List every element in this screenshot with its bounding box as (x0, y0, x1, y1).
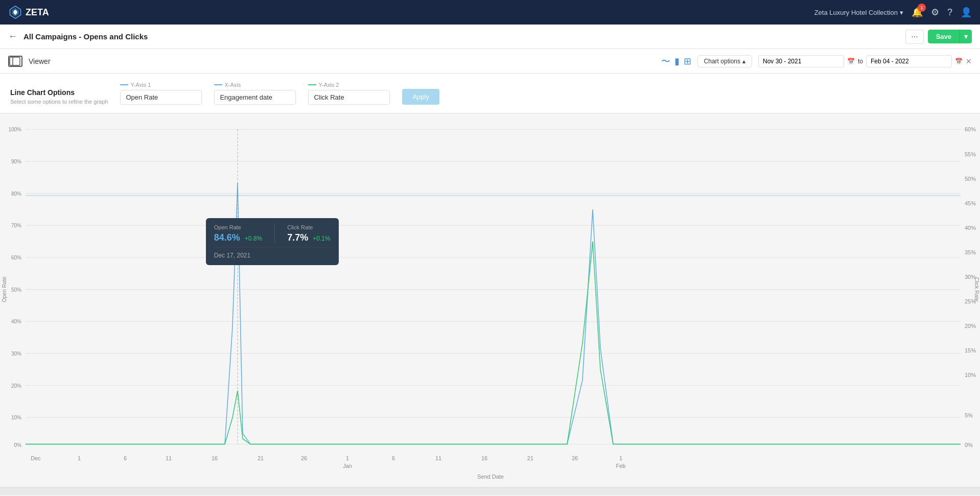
y-axis1-color (120, 84, 128, 85)
date-to-input[interactable] (866, 55, 952, 67)
svg-text:35%: 35% (965, 249, 976, 255)
date-from-input[interactable] (758, 55, 844, 67)
svg-text:60%: 60% (965, 126, 976, 132)
zeta-logo: ZETA (8, 5, 49, 19)
calendar-icon-from[interactable]: 📅 (847, 58, 855, 65)
notification-icon[interactable]: 🔔 1 (912, 7, 923, 18)
x-axis-label: X-Axis (214, 82, 296, 88)
navbar-right: Zeta Luxury Hotel Collection ▾ 🔔 1 ⚙ ? 👤 (814, 7, 972, 18)
options-title: Line Chart Options (10, 88, 108, 97)
bar-chart-icon[interactable]: ▮ (674, 56, 680, 67)
chart-type-icons: 〜 ▮ ⊞ (661, 55, 691, 67)
bottom-scroll[interactable] (0, 487, 980, 495)
back-button[interactable]: ← (8, 31, 17, 42)
viewer-label: Viewer (29, 57, 51, 65)
logo-text: ZETA (26, 7, 49, 18)
help-icon[interactable]: ? (947, 7, 952, 18)
svg-text:16: 16 (212, 455, 218, 461)
svg-text:55%: 55% (965, 151, 976, 157)
svg-text:6: 6 (392, 455, 395, 461)
tooltip-header: Open Rate 84.6% +0.8% Click Rate 7.7% +0… (214, 224, 331, 243)
save-dropdown-button[interactable]: ▾ (960, 30, 972, 43)
chart-options-button[interactable]: Chart options ▴ (697, 55, 752, 67)
svg-text:50%: 50% (965, 175, 976, 181)
svg-text:20%: 20% (11, 383, 21, 389)
svg-text:40%: 40% (965, 224, 976, 230)
svg-text:16: 16 (481, 455, 487, 461)
svg-rect-3 (10, 57, 20, 65)
svg-text:50%: 50% (11, 287, 21, 293)
tooltip-open-rate: Open Rate 84.6% +0.8% (214, 224, 262, 243)
svg-text:80%: 80% (11, 191, 21, 197)
calendar-icon-to[interactable]: 📅 (955, 58, 963, 65)
svg-text:21: 21 (258, 455, 264, 461)
click-rate-value: 7.7% +0.1% (287, 232, 330, 243)
zeta-logo-icon (8, 5, 22, 19)
save-button[interactable]: Save (928, 30, 960, 43)
to-label: to (858, 58, 863, 65)
y-axis2-label: Y-Axis 2 (308, 82, 390, 88)
sub-toolbar: Viewer 〜 ▮ ⊞ Chart options ▴ 📅 to 📅 ✕ (0, 49, 980, 74)
x-axis-input[interactable] (214, 90, 296, 105)
org-selector[interactable]: Zeta Luxury Hotel Collection ▾ (814, 9, 903, 16)
toolbar-right: ··· Save ▾ (905, 30, 972, 44)
tooltip-date: Dec 17, 2021 (214, 247, 331, 259)
svg-text:1: 1 (346, 455, 349, 461)
svg-text:45%: 45% (965, 200, 976, 206)
date-close-button[interactable]: ✕ (966, 57, 972, 65)
svg-text:0%: 0% (14, 442, 21, 447)
sidebar-toggle[interactable] (8, 56, 22, 67)
date-range: 📅 to 📅 ✕ (758, 55, 972, 67)
x-axis-group: X-Axis (214, 82, 296, 105)
options-panel: Line Chart Options Select some options t… (0, 74, 980, 113)
table-chart-icon[interactable]: ⊞ (684, 56, 691, 67)
svg-text:30%: 30% (11, 351, 21, 357)
y-axis1-label: Y-Axis 1 (120, 82, 202, 88)
options-subtitle: Select some options to refine the graph (10, 99, 108, 105)
svg-text:70%: 70% (11, 223, 21, 228)
x-axis-title: Send Date (477, 474, 504, 480)
svg-text:90%: 90% (11, 159, 21, 164)
chart-wrapper: 100% 90% 80% 70% 60% 50% 40% 30% 20% 10%… (0, 113, 980, 487)
apply-button[interactable]: Apply (402, 89, 439, 105)
svg-text:Dec: Dec (31, 455, 41, 461)
chart-svg: 100% 90% 80% 70% 60% 50% 40% 30% 20% 10%… (0, 113, 980, 487)
settings-icon[interactable]: ⚙ (931, 7, 939, 18)
x-axis-color (214, 84, 222, 85)
svg-text:26: 26 (301, 455, 307, 461)
svg-text:60%: 60% (11, 255, 21, 261)
navbar: ZETA Zeta Luxury Hotel Collection ▾ 🔔 1 … (0, 0, 980, 25)
svg-text:10%: 10% (965, 372, 976, 378)
svg-text:20%: 20% (965, 323, 976, 329)
line-chart-icon[interactable]: 〜 (661, 55, 670, 67)
svg-text:26: 26 (572, 455, 578, 461)
notification-badge: 1 (918, 4, 926, 12)
svg-text:11: 11 (435, 455, 441, 461)
tooltip-click-rate: Click Rate 7.7% +0.1% (287, 224, 330, 243)
svg-text:11: 11 (166, 455, 172, 461)
svg-text:6: 6 (124, 455, 127, 461)
svg-text:1: 1 (78, 455, 81, 461)
user-icon[interactable]: 👤 (961, 7, 972, 18)
y-axis2-group: Y-Axis 2 Click Rate Open Rate Unsubscrib… (308, 82, 390, 105)
main-toolbar: ← All Campaigns - Opens and Clicks ··· S… (0, 25, 980, 49)
y-axis-left-title: Open Rate (2, 276, 7, 302)
more-button[interactable]: ··· (905, 30, 923, 44)
svg-text:Feb: Feb (616, 463, 626, 469)
y-axis1-select[interactable]: Open Rate Click Rate Unsubscribe Rate (120, 90, 202, 105)
svg-text:40%: 40% (11, 319, 21, 324)
svg-text:5%: 5% (965, 412, 973, 418)
svg-text:15%: 15% (965, 347, 976, 353)
y-axis2-select[interactable]: Click Rate Open Rate Unsubscribe Rate (308, 90, 390, 105)
svg-text:21: 21 (527, 455, 533, 461)
tooltip: Open Rate 84.6% +0.8% Click Rate 7.7% +0… (206, 218, 339, 265)
svg-text:100%: 100% (8, 127, 21, 132)
svg-text:10%: 10% (11, 415, 21, 420)
svg-text:Jan: Jan (343, 463, 352, 469)
svg-text:0%: 0% (965, 441, 973, 447)
y-axis-right-title: Click Rate (974, 277, 979, 302)
y-axis1-group: Y-Axis 1 Open Rate Click Rate Unsubscrib… (120, 82, 202, 105)
tooltip-divider (274, 224, 275, 243)
page-title: All Campaigns - Opens and Clicks (24, 32, 899, 41)
chart-container: 100% 90% 80% 70% 60% 50% 40% 30% 20% 10%… (0, 113, 980, 495)
